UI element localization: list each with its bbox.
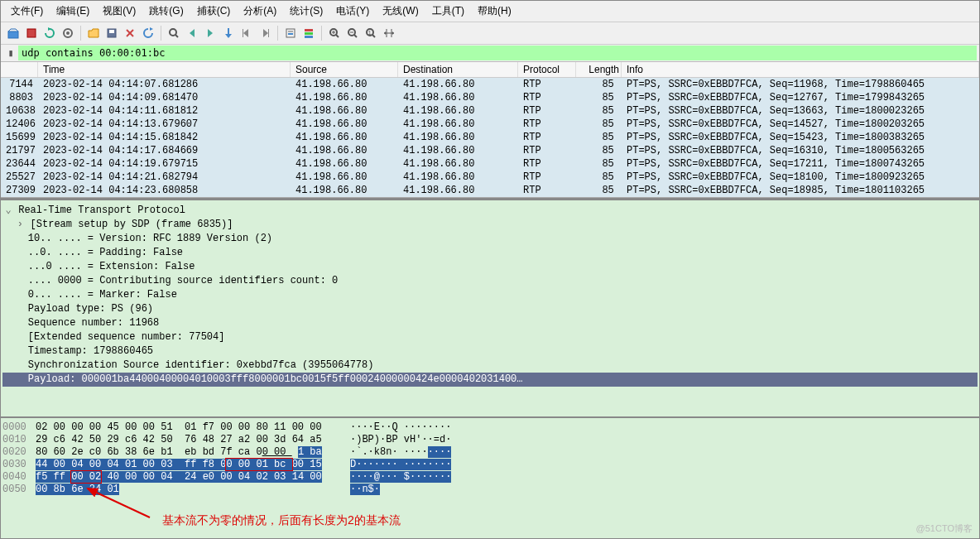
last-icon[interactable] bbox=[256, 24, 274, 42]
annotation-text: 基本流不为零的情况，后面有长度为2的基本流 bbox=[162, 513, 401, 528]
open-icon[interactable] bbox=[84, 24, 103, 42]
col-time[interactable]: Time bbox=[38, 62, 291, 77]
toolbar-separator bbox=[80, 26, 81, 41]
menu-view[interactable]: 视图(V) bbox=[96, 2, 142, 20]
tree-stream[interactable]: › [Stream setup by SDP (frame 6835)] bbox=[2, 218, 978, 232]
col-destination[interactable]: Destination bbox=[398, 62, 518, 77]
detail-line[interactable]: Sequence number: 11968 bbox=[2, 316, 978, 330]
packet-row[interactable]: 88032023-02-14 04:14:09.68147041.198.66.… bbox=[1, 91, 979, 104]
goto-icon[interactable] bbox=[219, 24, 238, 42]
detail-line[interactable]: ...0 .... = Extension: False bbox=[2, 260, 978, 274]
svg-marker-15 bbox=[225, 34, 232, 38]
packet-details-pane[interactable]: ⌄ Real-Time Transport Protocol › [Stream… bbox=[1, 199, 979, 418]
prev-icon[interactable] bbox=[183, 24, 201, 42]
hex-row[interactable]: 0010 29 c6 42 50 29 c6 42 50 76 48 27 a2… bbox=[2, 434, 978, 446]
packet-row[interactable]: 255272023-02-14 04:14:21.68279441.198.66… bbox=[1, 171, 979, 184]
menu-edit[interactable]: 编辑(E) bbox=[50, 2, 96, 20]
close-icon[interactable] bbox=[121, 24, 139, 42]
detail-line[interactable]: Timestamp: 1798860465 bbox=[2, 344, 978, 359]
hex-row[interactable]: 0020 80 60 2e c0 6b 38 6e b1 eb bd 7f ca… bbox=[2, 446, 978, 459]
find-icon[interactable] bbox=[165, 24, 183, 42]
detail-line[interactable]: ..0. .... = Padding: False bbox=[2, 246, 978, 260]
packet-row[interactable]: 106382023-02-14 04:14:11.68181241.198.66… bbox=[1, 104, 979, 118]
expand-icon[interactable]: › bbox=[16, 218, 24, 232]
packet-row[interactable]: 236442023-02-14 04:14:19.67971541.198.66… bbox=[1, 157, 979, 171]
col-info[interactable]: Info bbox=[622, 62, 979, 77]
menu-file[interactable]: 文件(F) bbox=[4, 2, 50, 20]
hex-dump-pane[interactable]: 0000 02 00 00 00 45 00 00 51 01 f7 00 00… bbox=[1, 418, 979, 538]
packet-row[interactable]: 71442023-02-14 04:14:07.68128641.198.66.… bbox=[1, 78, 979, 91]
packet-row[interactable]: 124062023-02-14 04:14:13.67960741.198.66… bbox=[1, 118, 979, 131]
svg-marker-39 bbox=[384, 31, 386, 35]
packet-list-pane: Time Source Destination Protocol Length … bbox=[1, 62, 979, 199]
zoom-out-icon[interactable] bbox=[343, 24, 362, 42]
payload-line[interactable]: Payload: 000001ba44000400004010003fff800… bbox=[2, 373, 978, 387]
zoom-in-icon[interactable] bbox=[325, 24, 343, 42]
svg-line-32 bbox=[354, 35, 357, 37]
svg-rect-0 bbox=[8, 31, 18, 38]
detail-line[interactable]: 10.. .... = Version: RFC 1889 Version (2… bbox=[2, 232, 978, 246]
save-icon[interactable] bbox=[103, 24, 121, 42]
packet-list-header: Time Source Destination Protocol Length … bbox=[1, 62, 979, 78]
filter-bar: ▮ bbox=[1, 45, 979, 62]
svg-rect-17 bbox=[243, 29, 243, 37]
svg-text:1: 1 bbox=[368, 30, 372, 36]
hex-row[interactable]: 0050 00 8b 6e 24 01 ··n$· bbox=[2, 484, 978, 496]
svg-rect-1 bbox=[27, 29, 36, 37]
col-no[interactable] bbox=[1, 62, 38, 77]
autoscroll-icon[interactable] bbox=[281, 24, 300, 42]
svg-rect-23 bbox=[305, 29, 313, 31]
collapse-icon[interactable]: ⌄ bbox=[4, 204, 12, 218]
hex-row[interactable]: 0040 f5 ff 00 02 40 00 00 04 24 e0 00 04… bbox=[2, 471, 978, 484]
svg-rect-19 bbox=[268, 29, 269, 37]
svg-marker-12 bbox=[190, 29, 195, 37]
menu-wireless[interactable]: 无线(W) bbox=[376, 2, 425, 20]
reload-icon[interactable] bbox=[139, 24, 157, 42]
col-length[interactable]: Length bbox=[576, 62, 622, 77]
colorize-icon[interactable] bbox=[300, 24, 318, 42]
toolbar-separator bbox=[321, 26, 322, 41]
start-capture-icon[interactable] bbox=[4, 24, 22, 42]
svg-line-35 bbox=[372, 35, 375, 37]
display-filter-input[interactable] bbox=[18, 46, 977, 60]
tree-header[interactable]: ⌄ Real-Time Transport Protocol bbox=[2, 204, 978, 218]
packet-list-body[interactable]: 71442023-02-14 04:14:07.68128641.198.66.… bbox=[1, 78, 979, 198]
svg-rect-24 bbox=[305, 32, 313, 35]
detail-line[interactable]: Synchronization Source identifier: 0xebb… bbox=[2, 359, 978, 373]
first-icon[interactable] bbox=[238, 24, 256, 42]
restart-capture-icon[interactable] bbox=[41, 24, 59, 42]
detail-line[interactable]: [Extended sequence number: 77504] bbox=[2, 330, 978, 344]
svg-point-4 bbox=[66, 31, 70, 35]
svg-rect-6 bbox=[109, 30, 114, 33]
menu-tools[interactable]: 工具(T) bbox=[425, 2, 471, 20]
packet-row[interactable]: 217972023-02-14 04:14:17.68466941.198.66… bbox=[1, 144, 979, 157]
menu-telephony[interactable]: 电话(Y) bbox=[329, 2, 376, 20]
zoom-reset-icon[interactable]: 1 bbox=[362, 24, 380, 42]
detail-line[interactable]: Payload type: PS (96) bbox=[2, 302, 978, 316]
menu-statistics[interactable]: 统计(S) bbox=[283, 2, 329, 20]
toolbar-separator bbox=[161, 26, 161, 41]
packet-row[interactable]: 156992023-02-14 04:14:15.68184241.198.66… bbox=[1, 131, 979, 144]
svg-marker-40 bbox=[392, 31, 394, 35]
hex-row[interactable]: 0030 44 00 04 00 04 01 00 03 ff f8 00 00… bbox=[2, 459, 978, 471]
hex-row[interactable]: 0000 02 00 00 00 45 00 00 51 01 f7 00 00… bbox=[2, 421, 978, 434]
packet-row[interactable]: 273092023-02-14 04:14:23.68085841.198.66… bbox=[1, 184, 979, 198]
svg-marker-16 bbox=[243, 29, 248, 37]
svg-point-10 bbox=[170, 29, 176, 36]
bookmark-icon[interactable]: ▮ bbox=[3, 47, 18, 60]
svg-line-11 bbox=[175, 35, 178, 37]
stop-capture-icon[interactable] bbox=[22, 24, 41, 42]
col-protocol[interactable]: Protocol bbox=[518, 62, 576, 77]
options-icon[interactable] bbox=[59, 24, 77, 42]
detail-line[interactable]: .... 0000 = Contributing source identifi… bbox=[2, 274, 978, 288]
menu-help[interactable]: 帮助(H) bbox=[471, 2, 518, 20]
col-source[interactable]: Source bbox=[291, 62, 398, 77]
menu-analyze[interactable]: 分析(A) bbox=[237, 2, 283, 20]
next-icon[interactable] bbox=[201, 24, 219, 42]
resize-cols-icon[interactable] bbox=[380, 24, 398, 42]
svg-marker-2 bbox=[48, 27, 51, 31]
menu-go[interactable]: 跳转(G) bbox=[142, 2, 190, 20]
menu-capture[interactable]: 捕获(C) bbox=[190, 2, 238, 20]
svg-marker-13 bbox=[208, 29, 213, 37]
detail-line[interactable]: 0... .... = Marker: False bbox=[2, 288, 978, 302]
